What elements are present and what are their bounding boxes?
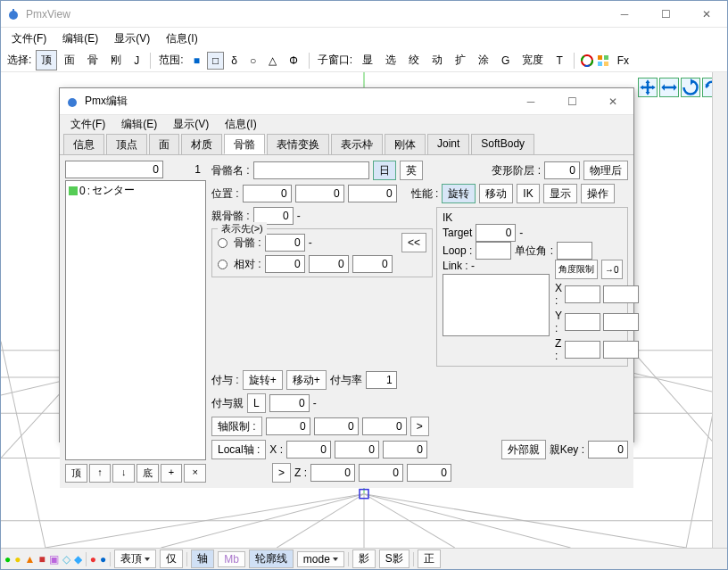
- lang-en-button[interactable]: 英: [400, 161, 423, 180]
- bone-index-input[interactable]: [65, 161, 163, 178]
- status-tri-icon[interactable]: ▲: [25, 553, 36, 566]
- select-rigid[interactable]: 刚: [105, 50, 127, 70]
- tab-joint[interactable]: Joint: [427, 134, 469, 154]
- list-remove-button[interactable]: ×: [184, 464, 206, 483]
- axlim-z[interactable]: [362, 417, 407, 435]
- editor-menu-info[interactable]: 信息(I): [218, 115, 263, 134]
- axlim-y[interactable]: [314, 417, 359, 435]
- localx-2[interactable]: [383, 441, 427, 458]
- list-item[interactable]: 0 : センター: [67, 182, 204, 199]
- pos-z-input[interactable]: [348, 185, 397, 202]
- maximize-button[interactable]: ☐: [645, 1, 686, 28]
- disp-rel-x[interactable]: [265, 255, 305, 273]
- to-zero-button[interactable]: →0: [601, 260, 623, 279]
- perf-ik-button[interactable]: IK: [517, 184, 539, 203]
- editor-minimize-button[interactable]: ─: [510, 88, 551, 115]
- disp-prev-button[interactable]: <<: [401, 233, 426, 252]
- deform-input[interactable]: [544, 161, 580, 179]
- status-outline[interactable]: 轮廓线: [249, 549, 294, 568]
- tab-vertex[interactable]: 顶点: [106, 134, 147, 154]
- main-scrollbar[interactable]: [712, 72, 727, 548]
- anglim-z1[interactable]: [565, 341, 600, 359]
- status-mb[interactable]: Mb: [218, 551, 245, 567]
- range-btn-1[interactable]: □: [207, 52, 224, 70]
- assign-parent-l-button[interactable]: L: [247, 393, 266, 413]
- status-sshadow[interactable]: S影: [379, 549, 410, 568]
- range-btn-0[interactable]: ■: [188, 52, 205, 70]
- editor-menu-edit[interactable]: 编辑(E): [114, 115, 164, 134]
- assign-rate-input[interactable]: [366, 371, 397, 389]
- ik-loop-input[interactable]: [476, 242, 511, 260]
- tab-rigid[interactable]: 刚体: [385, 134, 426, 154]
- pan-tool-icon[interactable]: [638, 78, 658, 97]
- list-top-button[interactable]: 顶: [65, 464, 87, 483]
- disp-bone-input[interactable]: [265, 234, 305, 252]
- status-link-icon[interactable]: ◇: [62, 553, 70, 566]
- child-btn-2[interactable]: 绞: [403, 50, 425, 70]
- disp-bone-radio[interactable]: [218, 238, 228, 248]
- menu-edit[interactable]: 编辑(E): [55, 29, 105, 48]
- anglim-y1[interactable]: [565, 313, 600, 331]
- select-joint[interactable]: J: [128, 52, 145, 70]
- pos-x-input[interactable]: [243, 185, 292, 202]
- localz-next-button[interactable]: >: [272, 463, 291, 483]
- editor-titlebar[interactable]: Pmx编辑 ─ ☐ ✕: [60, 88, 633, 115]
- status-box-icon[interactable]: ■: [38, 553, 45, 566]
- status-mode[interactable]: mode: [297, 551, 344, 567]
- menu-file[interactable]: 文件(F): [4, 29, 54, 48]
- select-vertex[interactable]: 顶: [36, 50, 57, 70]
- ik-unit-input[interactable]: [557, 242, 592, 260]
- tab-material[interactable]: 材质: [181, 134, 222, 154]
- child-btn-4[interactable]: 扩: [450, 50, 471, 70]
- child-btn-0[interactable]: 显: [357, 50, 378, 70]
- child-btn-5[interactable]: 涂: [473, 50, 494, 70]
- range-btn-5[interactable]: Φ: [284, 52, 303, 70]
- list-down-button[interactable]: ↓: [112, 464, 135, 483]
- anglim-x2[interactable]: [603, 285, 639, 303]
- lang-jp-button[interactable]: 日: [373, 161, 396, 180]
- pos-y-input[interactable]: [295, 185, 344, 202]
- phys-after-button[interactable]: 物理后: [583, 161, 628, 180]
- localx-1[interactable]: [335, 441, 379, 458]
- perf-op-button[interactable]: 操作: [581, 184, 615, 203]
- ik-target-input[interactable]: [476, 224, 516, 242]
- disp-rel-y[interactable]: [309, 255, 349, 273]
- angle-limit-button[interactable]: 角度限制: [555, 260, 598, 279]
- ext-parent-button[interactable]: 外部親: [501, 440, 546, 459]
- status-dot2-icon[interactable]: ●: [14, 553, 21, 566]
- assign-mov-button[interactable]: 移动+: [286, 370, 327, 390]
- status-xbox-icon[interactable]: ▣: [49, 553, 59, 566]
- perf-disp-button[interactable]: 显示: [543, 184, 577, 203]
- tab-info[interactable]: 信息: [63, 134, 104, 154]
- grid-icon[interactable]: [596, 54, 610, 68]
- status-dot-icon[interactable]: ●: [4, 553, 11, 566]
- disp-rel-z[interactable]: [352, 255, 393, 273]
- move-horiz-icon[interactable]: [659, 78, 679, 97]
- child-btn-6[interactable]: G: [496, 52, 515, 70]
- color-wheel-icon[interactable]: [580, 54, 594, 68]
- list-add-button[interactable]: +: [161, 464, 183, 483]
- editor-menu-file[interactable]: 文件(F): [63, 115, 112, 134]
- tab-morph[interactable]: 表情变换: [267, 134, 329, 154]
- bone-list[interactable]: 0 : センター: [65, 180, 206, 460]
- assign-parent-input[interactable]: [269, 394, 310, 412]
- editor-close-button[interactable]: ✕: [592, 88, 633, 115]
- parent-key-input[interactable]: [588, 441, 628, 458]
- editor-menu-view[interactable]: 显示(V): [166, 115, 216, 134]
- menu-view[interactable]: 显示(V): [107, 29, 157, 48]
- status-dot-red-icon[interactable]: ●: [90, 553, 96, 566]
- select-face[interactable]: 面: [59, 50, 80, 70]
- fx-button[interactable]: Fx: [612, 52, 634, 70]
- range-btn-3[interactable]: ○: [244, 52, 261, 70]
- anglim-z2[interactable]: [603, 341, 639, 359]
- localz-0[interactable]: [310, 464, 355, 482]
- axlim-x[interactable]: [266, 417, 310, 435]
- anglim-y2[interactable]: [603, 313, 639, 331]
- status-diamond-icon[interactable]: ◆: [74, 553, 82, 566]
- list-up-button[interactable]: ↑: [89, 464, 112, 483]
- range-btn-2[interactable]: δ: [226, 52, 243, 70]
- status-dot-blue-icon[interactable]: ●: [100, 553, 106, 566]
- child-btn-3[interactable]: 动: [426, 50, 448, 70]
- list-bottom-button[interactable]: 底: [136, 464, 159, 483]
- axis-limit-button[interactable]: 轴限制 :: [211, 417, 262, 436]
